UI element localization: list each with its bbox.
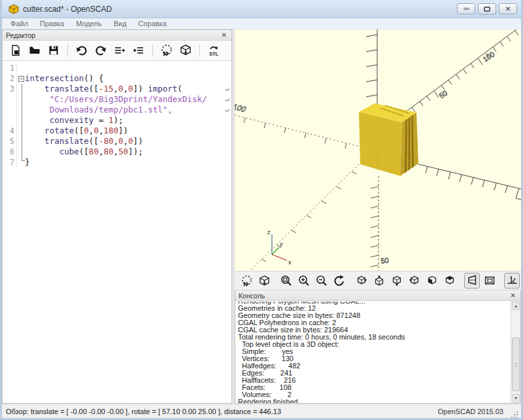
- console-panel-title: Консоль: [239, 292, 509, 300]
- perspective-icon: [466, 275, 478, 287]
- zoom-in-button[interactable]: [296, 273, 312, 289]
- view-top-button[interactable]: [371, 273, 387, 289]
- menu-item-3[interactable]: Вид: [108, 20, 133, 27]
- 3d-viewport[interactable]: 50 100: [235, 29, 523, 271]
- preview-icon: [241, 275, 253, 287]
- unindent-icon: [114, 44, 126, 56]
- menu-item-2[interactable]: Модель: [70, 20, 107, 27]
- unindent-button[interactable]: [112, 43, 127, 58]
- view-left-button[interactable]: [407, 273, 422, 289]
- redo-button[interactable]: [93, 43, 109, 58]
- show-axes-icon: [506, 275, 518, 287]
- render-button[interactable]: [178, 43, 194, 58]
- minimize-button[interactable]: [457, 3, 475, 14]
- line-number: [3, 94, 17, 105]
- export-stl-button[interactable]: STL: [206, 43, 222, 58]
- minimize-icon: [464, 8, 469, 10]
- console-panel: Консоль ✕ Rendering Polygon Mesh using C…: [235, 290, 521, 404]
- editor-panel-title: Редактор: [6, 31, 220, 39]
- console-scrollbar[interactable]: ▲ ▼: [511, 301, 520, 403]
- close-button[interactable]: ✕: [499, 3, 517, 14]
- line-number: 4: [3, 126, 17, 136]
- view-bottom-button[interactable]: [389, 273, 405, 289]
- view-render-button[interactable]: [256, 273, 272, 289]
- wrap-icon: ↵: [225, 105, 229, 115]
- line-number: 6: [3, 147, 17, 157]
- view-toolbar: »: [235, 271, 521, 290]
- window-title: cutter.scad* - OpenSCAD: [23, 5, 457, 14]
- fold-column: [17, 126, 25, 136]
- view-right-icon: [356, 275, 367, 287]
- menu-item-0[interactable]: Файл: [5, 20, 34, 27]
- reset-view-button[interactable]: [331, 273, 347, 289]
- fold-column: −: [17, 73, 25, 84]
- line-number: [3, 115, 17, 126]
- fold-column: [17, 63, 25, 73]
- scroll-down-button[interactable]: ▼: [512, 394, 520, 402]
- maximize-button[interactable]: [478, 3, 496, 14]
- orthogonal-button[interactable]: [482, 273, 498, 289]
- indent-button[interactable]: [131, 43, 146, 58]
- view-front-button[interactable]: [424, 273, 440, 289]
- render-icon: [179, 44, 192, 57]
- scroll-thumb[interactable]: [512, 338, 520, 391]
- fold-marker[interactable]: −: [18, 76, 24, 82]
- open-file-button[interactable]: [27, 43, 42, 58]
- view-back-button[interactable]: [442, 273, 458, 289]
- axis-y-label: y: [280, 241, 283, 247]
- code-line[interactable]: 3 translate([-15,0,0]) import(↵: [3, 84, 231, 94]
- line-number: 7: [3, 157, 17, 167]
- toolbar-separator: [67, 44, 68, 57]
- line-number: 3: [3, 84, 17, 94]
- fold-column: [17, 147, 25, 157]
- fold-guide-line: [22, 84, 22, 160]
- code-line[interactable]: convexity = 1);: [3, 115, 231, 126]
- window-titlebar[interactable]: cutter.scad* - OpenSCAD ✕: [2, 0, 521, 18]
- resize-grip[interactable]: [511, 411, 518, 418]
- code-editor[interactable]: 12−intersection() {3 translate([-15,0,0]…: [3, 61, 231, 403]
- zoom-out-button[interactable]: [314, 273, 329, 289]
- code-line[interactable]: "C:/Users/Big3Dprint/YandexDisk/↵: [3, 94, 231, 105]
- code-line[interactable]: 6 cube([80,80,50]);: [3, 147, 231, 157]
- fold-column: [17, 157, 25, 167]
- scroll-up-button[interactable]: ▲: [512, 302, 520, 310]
- code-line[interactable]: 7}: [3, 157, 231, 167]
- menu-item-1[interactable]: Правка: [34, 20, 70, 27]
- preview-button[interactable]: [159, 43, 175, 58]
- view-preview-button[interactable]: [239, 273, 254, 289]
- view-right-button[interactable]: [354, 273, 369, 289]
- indent-icon: [133, 44, 144, 56]
- line-number: 5: [3, 136, 17, 147]
- code-line[interactable]: 2−intersection() {: [3, 73, 231, 84]
- axis-z-label: z: [267, 229, 271, 236]
- render-icon: [258, 275, 271, 287]
- show-axes-button[interactable]: [504, 273, 520, 289]
- perspective-button[interactable]: [464, 273, 480, 289]
- undo-icon: [76, 44, 88, 56]
- console-output[interactable]: Rendering Polygon Mesh using CGAL... Geo…: [235, 301, 520, 403]
- zoom-fit-icon: [280, 275, 292, 287]
- code-line[interactable]: 1: [3, 63, 231, 73]
- console-close-button[interactable]: ✕: [509, 292, 517, 299]
- editor-close-button[interactable]: ✕: [220, 32, 228, 39]
- editor-panel: Редактор ✕: [2, 29, 232, 404]
- undo-button[interactable]: [74, 43, 90, 58]
- redo-icon: [95, 44, 107, 56]
- preview-icon: [160, 44, 173, 57]
- view-bottom-icon: [391, 275, 403, 287]
- fold-guide-foot: [22, 160, 25, 161]
- fold-column: [17, 105, 25, 115]
- save-button[interactable]: [46, 43, 61, 58]
- new-file-button[interactable]: [8, 43, 24, 58]
- code-line[interactable]: 4 rotate([0,0,180]): [3, 126, 231, 136]
- zoom-out-icon: [316, 275, 328, 287]
- code-line[interactable]: Downloads/temp/pbc1.stl",↵: [3, 105, 231, 115]
- view-all-button[interactable]: [278, 273, 294, 289]
- code-line[interactable]: 5 translate([-80,0,0]): [3, 136, 231, 147]
- editor-panel-header: Редактор ✕: [3, 30, 231, 41]
- status-version-text: OpenSCAD 2015.03: [438, 408, 503, 415]
- app-icon: [8, 4, 19, 14]
- axis-x-label: x: [288, 259, 292, 266]
- reset-view-icon: [333, 275, 345, 287]
- menu-item-4[interactable]: Справка: [133, 20, 173, 27]
